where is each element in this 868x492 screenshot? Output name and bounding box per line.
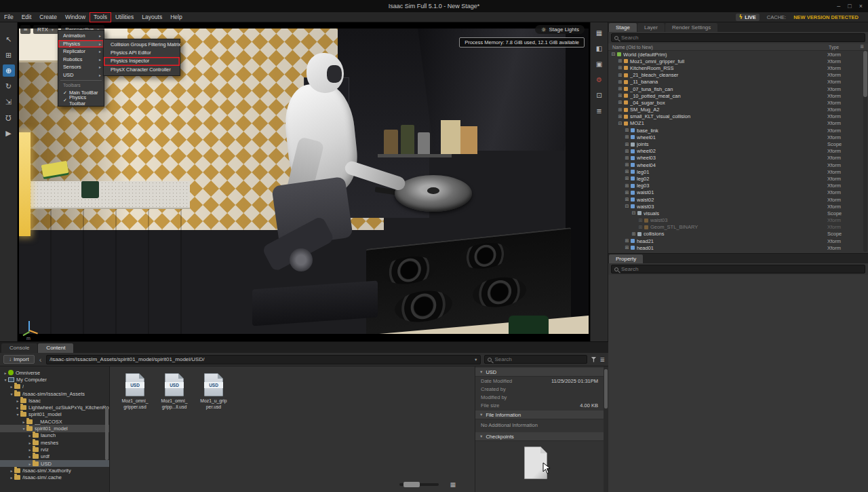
expander-icon[interactable]: ⊞	[617, 73, 623, 78]
tools-menu-item-physics[interactable]: Physics▸	[58, 40, 104, 48]
usd-file-card[interactable]: USDMoz1_omni_ gripper.usd	[119, 373, 151, 411]
expander-icon[interactable]: ▸	[9, 468, 14, 473]
expander-icon[interactable]: ⊞	[624, 245, 630, 250]
stage-row-collisions[interactable]: ⊞collisionsScope	[608, 231, 863, 238]
list-view-icon[interactable]: ≣	[599, 356, 605, 363]
tab-property[interactable]: Property	[609, 254, 643, 263]
expander-icon[interactable]: ⊞	[617, 93, 623, 98]
file-info-section-header[interactable]: ▼ File Information	[475, 411, 604, 419]
stage-row-moz1[interactable]: ⊟MOZ1Xform	[608, 120, 863, 127]
path-bar[interactable]: ▼	[46, 355, 481, 364]
stage-row-wheel02[interactable]: ⊞wheel02Xform	[608, 148, 863, 155]
property-search-input[interactable]	[621, 266, 862, 272]
path-input[interactable]	[50, 356, 471, 362]
content-tree-item-lightwheel-ozsiukpxyq-kitchenro[interactable]: ▸Lightwheel_ozSiukPxYq_KitchenRo	[0, 404, 109, 411]
stage-row-wheel04[interactable]: ⊞wheel04Xform	[608, 162, 863, 168]
content-tree-item-macosx[interactable]: ▸__MACOSX	[0, 418, 109, 425]
scale-tool-icon[interactable]: ⇲	[3, 96, 15, 108]
stage-row-joints[interactable]: ⊞jointsScope	[608, 140, 863, 147]
live-status[interactable]: ϟ LIVE	[736, 14, 760, 21]
usd-section-header[interactable]: ▼ USD	[475, 368, 604, 377]
stage-row-wheel03[interactable]: ⊞wheel03Xform	[608, 155, 863, 162]
new-version-notice[interactable]: NEW VERSION DETECTED	[793, 14, 859, 20]
import-button[interactable]: ↓ Import	[3, 355, 35, 364]
content-tree-item-omniverse[interactable]: ▸Omniverse	[0, 369, 109, 376]
tools-menu-item-usd[interactable]: USD▸	[58, 71, 104, 79]
content-tree-item-spirit01-model[interactable]: ▾spirit01_model	[0, 411, 109, 418]
expander-icon[interactable]: ⊞	[637, 218, 644, 223]
expander-icon[interactable]: ⊞	[624, 155, 630, 161]
tab-render-settings[interactable]: Render Settings	[665, 23, 717, 32]
expander-icon[interactable]: ⊟	[631, 210, 637, 216]
stage-row-moz1-omni-gripper-full[interactable]: ⊞Moz1_omni_gripper_fullXform	[608, 58, 863, 64]
stage-row-head21[interactable]: ⊞head21Xform	[608, 238, 863, 244]
usd-file-card[interactable]: USDMoz1_u_grip per.usd	[198, 373, 229, 411]
minimize-button[interactable]: –	[837, 3, 840, 10]
expander-icon[interactable]: ⊞	[631, 231, 637, 237]
stage-row-visuals[interactable]: ⊟visualsScope	[608, 210, 863, 216]
stage-search-input[interactable]	[621, 35, 862, 41]
expander-icon[interactable]: ⊞	[624, 190, 630, 195]
stage-row-geom-stl-binary[interactable]: ⊞Geom_STL_BINARYXform	[608, 224, 863, 231]
panel-options-icon[interactable]: ≣	[594, 105, 605, 116]
content-tree-item-my-computer[interactable]: ▾My Computer	[0, 376, 109, 383]
select-tool-icon[interactable]: ↖	[3, 33, 15, 45]
stage-row-waist02[interactable]: ⊞waist02Xform	[608, 196, 863, 203]
physics-submenu-item-physics-inspector[interactable]: Physics Inspector	[104, 57, 180, 65]
menubar-item-window[interactable]: Window	[61, 12, 90, 22]
name-column-header[interactable]: Name (Old to New)	[612, 45, 829, 50]
rotate-tool-icon[interactable]: ↻	[3, 80, 15, 92]
maximize-button[interactable]: □	[848, 3, 851, 10]
property-search[interactable]	[611, 265, 865, 273]
icon-size-slider[interactable]	[399, 483, 439, 486]
content-tree-item-rviz[interactable]: ▸rviz	[0, 446, 109, 453]
tools-menu-item-robotics[interactable]: Robotics▸	[58, 56, 104, 64]
menubar-item-utilities[interactable]: Utilities	[111, 12, 138, 22]
expander-icon[interactable]: ⊞	[617, 114, 623, 119]
expander-icon[interactable]: ⊟	[617, 121, 623, 126]
viewport-layout-icon[interactable]: ▦	[594, 27, 605, 38]
expander-icon[interactable]: ▾	[15, 412, 20, 417]
stage-row-07-tuna-fish-can[interactable]: ⊞_07_tuna_fish_canXform	[608, 86, 863, 92]
type-column-header[interactable]: Type	[829, 45, 857, 50]
translate-tool-icon[interactable]: ⊕	[3, 64, 15, 77]
expander-icon[interactable]: ▸	[27, 440, 33, 445]
expander-icon[interactable]: ⊞	[624, 176, 630, 181]
render-settings-icon[interactable]: ⊡	[594, 90, 605, 100]
grid-view-icon[interactable]: ▦	[450, 481, 456, 488]
stage-row-world-defaultprim[interactable]: ⊟World (defaultPrim)Xform	[608, 51, 863, 58]
close-button[interactable]: ×	[859, 3, 863, 10]
stage-row-wheel01[interactable]: ⊞wheel01Xform	[608, 134, 863, 140]
stage-lights-button[interactable]: ☼ Stage Lights	[535, 25, 585, 34]
scrollbar-thumb[interactable]	[863, 51, 867, 97]
stage-row-21-bleach-cleanser[interactable]: ⊞_21_bleach_cleanserXform	[608, 72, 863, 79]
viewport-menu-icon[interactable]: ≡	[20, 25, 31, 34]
filter-icon[interactable]	[591, 357, 596, 362]
expander-icon[interactable]: ⊞	[624, 142, 630, 147]
expander-icon[interactable]: ▾	[3, 377, 8, 382]
expander-icon[interactable]: ⊞	[624, 197, 630, 202]
physics-gear-icon[interactable]: ⚙	[594, 74, 605, 85]
expander-icon[interactable]: ⊞	[617, 79, 623, 85]
stage-row-waist01[interactable]: ⊞waist01Xform	[608, 189, 863, 196]
expander-icon[interactable]: ⊞	[624, 162, 630, 168]
tools-menu-item-replicator[interactable]: Replicator▸	[58, 48, 104, 56]
play-icon[interactable]: ▶	[3, 127, 15, 139]
stage-row-11-banana[interactable]: ⊞_11_bananaXform	[608, 79, 863, 86]
stage-row-leg01[interactable]: ⊞leg01Xform	[608, 168, 863, 175]
content-tree-item-item[interactable]: ▸/	[0, 383, 109, 390]
stage-row-waist03[interactable]: ⊞waist03Xform	[608, 217, 863, 224]
tools-menu-item-sensors[interactable]: Sensors▸	[58, 63, 104, 71]
expander-icon[interactable]: ▸	[15, 398, 20, 403]
stage-row-base-link[interactable]: ⊞base_linkXform	[608, 127, 863, 134]
move-tool-icon[interactable]: ⊞	[3, 49, 15, 61]
tree-options-icon[interactable]: ≣	[857, 44, 864, 50]
asset-store-icon[interactable]: ▣	[594, 58, 605, 69]
expander-icon[interactable]: ⊞	[617, 100, 623, 105]
expander-icon[interactable]: ⊟	[610, 52, 616, 57]
menubar-item-help[interactable]: Help	[166, 12, 186, 22]
expander-icon[interactable]: ▸	[3, 371, 8, 375]
content-search-input[interactable]	[494, 356, 584, 362]
expander-icon[interactable]: ⊞	[617, 86, 623, 92]
menubar-item-file[interactable]: File	[0, 12, 18, 22]
